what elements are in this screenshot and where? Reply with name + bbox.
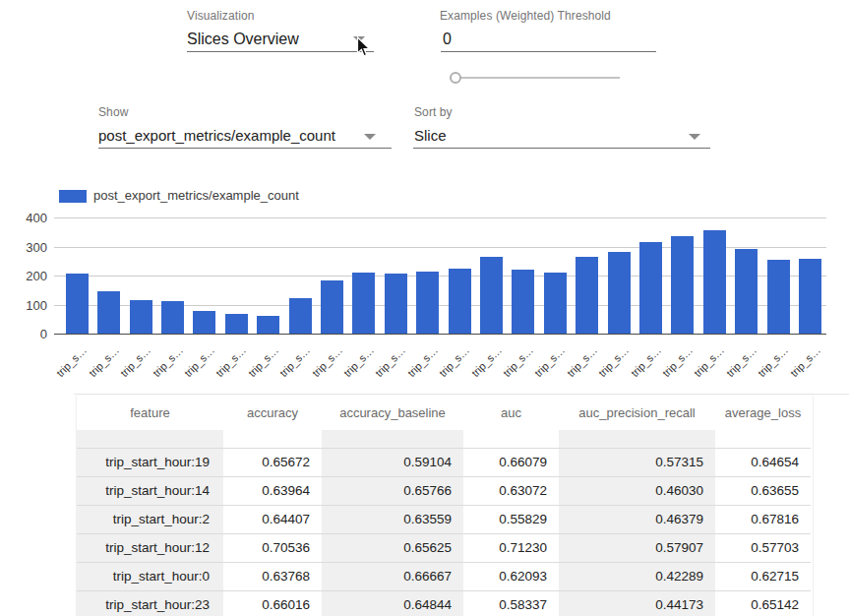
column-header-accuracy[interactable]: accuracy [223, 395, 322, 430]
x-axis-line [54, 334, 826, 335]
bar[interactable] [449, 269, 471, 334]
x-tick-label: trip_s… [724, 344, 758, 379]
bar[interactable] [385, 274, 407, 334]
bar[interactable] [799, 259, 821, 334]
mouse-cursor-icon [356, 36, 371, 58]
bar[interactable] [639, 242, 662, 334]
show-select[interactable]: post_export_metrics/example_count [98, 127, 335, 144]
show-underline [98, 148, 392, 149]
x-tick-label: trip_s… [437, 344, 471, 379]
legend-label: post_export_metrics/example_count [93, 188, 299, 203]
table-filter-row [77, 430, 811, 448]
column-header-feature[interactable]: feature [77, 395, 223, 430]
bar[interactable] [735, 249, 758, 334]
bar[interactable] [161, 301, 184, 334]
show-label: Show [98, 105, 128, 119]
table-cell: 0.63964 [223, 476, 322, 505]
x-tick-label: trip_s… [628, 344, 662, 379]
x-tick-label: trip_s… [692, 344, 726, 379]
visualization-underline [187, 51, 374, 52]
column-header-auc[interactable]: auc [463, 395, 559, 430]
bar[interactable] [225, 314, 248, 334]
table-row[interactable]: trip_start_hour:120.705360.656250.712300… [77, 533, 811, 562]
table-row[interactable]: trip_start_hour:190.656720.591040.660790… [77, 448, 811, 476]
table-cell: 0.62715 [715, 562, 811, 590]
table-cell: 0.57907 [559, 533, 715, 562]
metrics-table: featureaccuracyaccuracy_baselineaucauc_p… [77, 395, 811, 616]
table-cell: 0.65625 [322, 533, 463, 562]
column-header-auc_precision_recall[interactable]: auc_precision_recall [559, 395, 715, 430]
table-cell: 0.64407 [223, 505, 322, 533]
legend-swatch [59, 190, 87, 203]
filter-cell [559, 430, 715, 448]
sort-by-label: Sort by [414, 105, 453, 119]
x-tick-label: trip_s… [150, 344, 184, 379]
table-cell: 0.66079 [463, 448, 559, 476]
bar[interactable] [544, 273, 567, 334]
table-cell: 0.59104 [322, 448, 463, 476]
table-cell: 0.63072 [463, 476, 559, 505]
bar[interactable] [608, 252, 631, 334]
table-cell: trip_start_hour:23 [77, 590, 223, 616]
table-cell: trip_start_hour:0 [77, 562, 223, 590]
table-cell: 0.66667 [322, 562, 463, 590]
x-tick-label: trip_s… [501, 344, 535, 379]
chevron-down-icon[interactable] [364, 134, 376, 140]
x-tick-label: trip_s… [787, 344, 821, 379]
table-row[interactable]: trip_start_hour:20.644070.635590.558290.… [77, 505, 811, 533]
threshold-slider-thumb[interactable] [450, 72, 461, 84]
x-tick-label: trip_s… [309, 344, 343, 379]
table-cell: 0.64844 [322, 590, 463, 616]
x-tick-label: trip_s… [565, 344, 599, 379]
bar[interactable] [703, 230, 726, 334]
table-cell: 0.67816 [715, 505, 811, 533]
filter-cell [463, 430, 559, 448]
threshold-input[interactable]: 0 [443, 31, 452, 48]
x-tick-label: trip_s… [213, 344, 248, 379]
bar[interactable] [97, 291, 120, 334]
table-row[interactable]: trip_start_hour:00.637680.666670.620930.… [77, 562, 811, 590]
table-header-row: featureaccuracyaccuracy_baselineaucauc_p… [77, 395, 811, 430]
y-tick-label: 300 [0, 240, 47, 255]
x-tick-label: trip_s… [532, 344, 567, 379]
table-cell: 0.71230 [463, 533, 559, 562]
bar[interactable] [321, 280, 343, 334]
bar[interactable] [671, 236, 694, 334]
x-tick-label: trip_s… [756, 344, 790, 379]
table-cell: 0.70536 [223, 533, 322, 562]
bar[interactable] [66, 274, 89, 334]
table-cell: 0.57703 [715, 533, 811, 562]
visualization-select[interactable]: Slices Overview [187, 31, 299, 48]
bar[interactable] [193, 311, 215, 334]
bar[interactable] [257, 316, 279, 334]
bar[interactable] [352, 273, 375, 334]
threshold-slider-track[interactable] [456, 77, 620, 79]
table-cell: 0.46030 [559, 476, 715, 505]
column-header-average_loss[interactable]: average_loss [715, 395, 811, 430]
threshold-underline [441, 51, 656, 52]
y-tick-label: 200 [0, 269, 47, 283]
table-row[interactable]: trip_start_hour:230.660160.648440.583370… [77, 590, 811, 616]
x-tick-label: trip_s… [246, 344, 280, 379]
bar[interactable] [512, 270, 534, 334]
bar[interactable] [289, 298, 312, 334]
column-header-accuracy_baseline[interactable]: accuracy_baseline [322, 395, 463, 430]
x-tick-label: trip_s… [468, 344, 503, 379]
x-tick-label: trip_s… [341, 344, 376, 379]
sort-by-select[interactable]: Slice [414, 127, 447, 144]
filter-cell [715, 430, 811, 448]
bar[interactable] [576, 257, 598, 334]
table-cell: 0.58337 [463, 590, 559, 616]
bar[interactable] [130, 300, 152, 334]
table-cell: 0.57315 [559, 448, 715, 476]
bar[interactable] [767, 260, 790, 334]
bar[interactable] [416, 272, 439, 334]
bar[interactable] [480, 257, 503, 334]
x-tick-label: trip_s… [660, 344, 695, 379]
table-row[interactable]: trip_start_hour:140.639640.657660.630720… [77, 476, 811, 505]
chevron-down-icon[interactable] [689, 134, 700, 140]
x-tick-label: trip_s… [87, 344, 121, 379]
x-tick-label: trip_s… [596, 344, 631, 379]
table-cell: 0.55829 [463, 505, 559, 533]
table-cell: 0.64654 [715, 448, 811, 476]
